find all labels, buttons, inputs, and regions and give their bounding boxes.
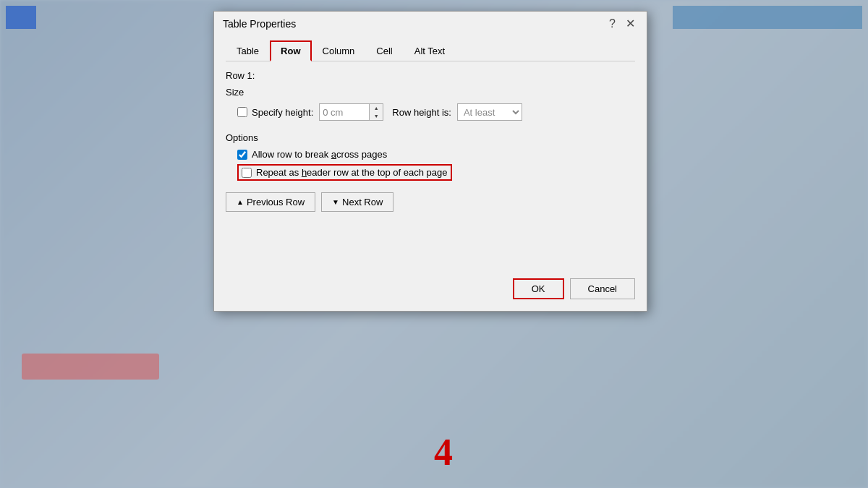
bg-blue-bar	[673, 6, 862, 29]
size-row: Specify height: ▲ ▼ Row height is: At le…	[226, 103, 635, 121]
navigation-buttons: ▲ Previous Row ▼ Next Row	[226, 192, 635, 212]
previous-row-button[interactable]: ▲ Previous Row	[226, 192, 315, 212]
ok-button[interactable]: OK	[513, 278, 564, 299]
allow-row-break-label: Allow row to break across pages	[252, 149, 387, 160]
height-input-group: ▲ ▼	[319, 103, 383, 121]
tab-table[interactable]: Table	[226, 40, 270, 61]
row-label: Row 1:	[226, 70, 635, 81]
table-properties-dialog: Table Properties ? ✕ Table Row Column Ce…	[213, 11, 647, 312]
row-height-select[interactable]: At least Exactly	[457, 103, 522, 121]
tab-cell[interactable]: Cell	[365, 40, 403, 61]
options-section: Options Allow row to break across pages …	[226, 132, 635, 181]
repeat-header-row: Repeat as header row at the top of each …	[226, 164, 635, 181]
allow-row-break-row: Allow row to break across pages	[226, 149, 635, 160]
annotation-number-4: 4	[434, 431, 453, 474]
bg-highlight-pill	[22, 354, 159, 380]
row-height-is-label: Row height is:	[392, 107, 451, 118]
dialog-body: Table Row Column Cell Alt Text Row 1: Si…	[214, 35, 647, 311]
tab-bar: Table Row Column Cell Alt Text	[226, 40, 635, 61]
repeat-header-highlight-box: Repeat as header row at the top of each …	[237, 164, 452, 181]
tab-row[interactable]: Row	[270, 40, 311, 61]
tab-alt-text[interactable]: Alt Text	[404, 40, 456, 61]
height-spinner: ▲ ▼	[370, 103, 383, 121]
help-button[interactable]: ?	[606, 17, 618, 30]
repeat-header-checkbox[interactable]	[242, 168, 252, 178]
tab-column[interactable]: Column	[312, 40, 366, 61]
specify-height-checkbox[interactable]	[237, 107, 247, 117]
dialog-title: Table Properties	[223, 18, 296, 30]
next-row-button[interactable]: ▼ Next Row	[321, 192, 393, 212]
specify-height-checkbox-label[interactable]: Specify height:	[237, 107, 313, 118]
spinner-up[interactable]: ▲	[370, 104, 383, 112]
next-row-arrow-icon: ▼	[332, 198, 339, 206]
size-section-label: Size	[226, 87, 635, 98]
options-label: Options	[226, 132, 635, 143]
cancel-button[interactable]: Cancel	[570, 278, 635, 299]
spinner-down[interactable]: ▼	[370, 112, 383, 120]
repeat-header-label: Repeat as header row at the top of each …	[256, 167, 448, 178]
allow-row-break-checkbox[interactable]	[237, 150, 247, 160]
dialog-titlebar: Table Properties ? ✕	[214, 12, 647, 35]
previous-row-arrow-icon: ▲	[237, 198, 244, 206]
close-button[interactable]: ✕	[623, 18, 638, 30]
dialog-footer: OK Cancel	[226, 270, 635, 299]
height-input[interactable]	[319, 103, 370, 121]
bg-blue-box	[6, 6, 36, 29]
dialog-controls: ? ✕	[606, 17, 638, 30]
